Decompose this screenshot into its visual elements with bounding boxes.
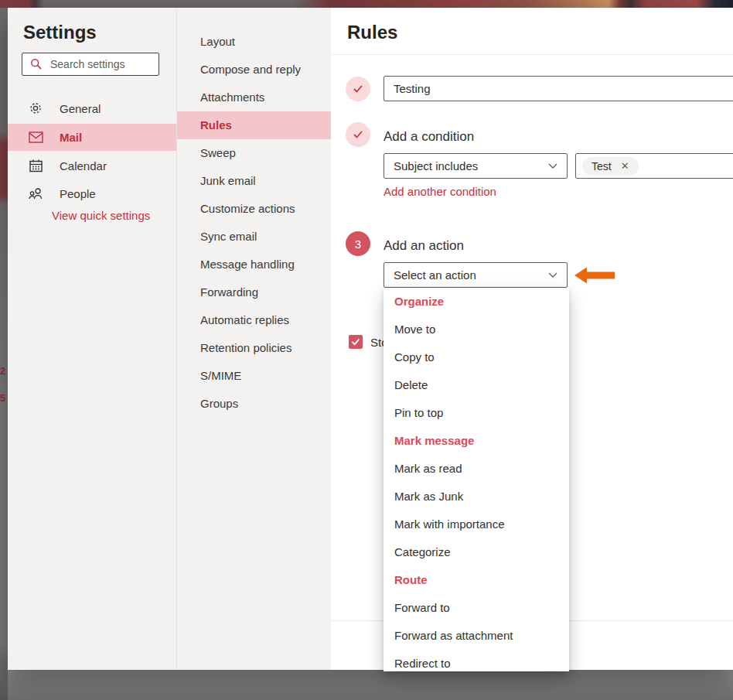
sidebar-item-calendar[interactable]: Calendar [8,152,176,179]
sidebar-item-label: General [60,102,101,115]
nav-item-sweep[interactable]: Sweep [177,139,331,167]
check-icon [352,83,364,95]
mail-settings-nav: Layout Compose and reply Attachments Rul… [176,8,331,670]
nav-item-junk-email[interactable]: Junk email [177,167,331,195]
nav-item-message-handling[interactable]: Message handling [177,251,331,278]
nav-item-groups[interactable]: Groups [177,390,331,418]
calendar-icon [28,159,43,172]
search-settings-box[interactable] [22,53,159,76]
settings-title: Settings [23,22,97,43]
condition-select[interactable]: Subject includes [384,153,568,179]
background-overlay-bottom [8,670,733,700]
condition-tag-label: Test [592,160,612,172]
sidebar-item-general[interactable]: General [8,94,176,122]
nav-item-sync-email[interactable]: Sync email [177,223,331,251]
dropdown-item-mark-as-junk[interactable]: Mark as Junk [384,483,569,510]
nav-item-attachments[interactable]: Attachments [177,84,331,111]
check-icon [352,128,364,141]
dropdown-item-forward-as-attachment[interactable]: Forward as attachment [384,622,569,650]
nav-item-retention-policies[interactable]: Retention policies [177,334,331,362]
action-select-value: Select an action [394,268,476,282]
nav-item-customize-actions[interactable]: Customize actions [177,195,331,223]
nav-item-automatic-replies[interactable]: Automatic replies [177,306,331,334]
rules-panel: Rules Add a condition Subject includes [331,8,733,670]
sidebar-item-people[interactable]: People [8,179,176,207]
condition-value-input[interactable]: Test ✕ [575,153,733,179]
sidebar-item-label: People [60,187,96,200]
chevron-down-icon [548,272,557,278]
background-unread-count: 5 [0,392,5,404]
nav-item-smime[interactable]: S/MIME [177,362,331,390]
nav-item-layout[interactable]: Layout [177,28,331,56]
screen: 2 5 Settings General [0,0,733,700]
step-1-indicator [346,77,370,101]
action-dropdown-menu: Organize Move to Copy to Delete Pin to t… [384,288,569,671]
title-divider [331,54,733,55]
remove-tag-icon[interactable]: ✕ [621,160,629,172]
dropdown-item-mark-as-read[interactable]: Mark as read [384,455,569,483]
condition-select-value: Subject includes [394,159,478,172]
dropdown-group-header: Organize [384,288,569,316]
dropdown-item-mark-with-importance[interactable]: Mark with importance [384,510,569,538]
search-icon [30,58,43,70]
sidebar-item-label: Calendar [60,159,107,172]
nav-item-compose-and-reply[interactable]: Compose and reply [177,56,331,84]
add-another-condition-link[interactable]: Add another condition [384,185,496,198]
gear-icon [28,101,43,115]
dropdown-item-delete[interactable]: Delete [384,371,569,399]
dropdown-item-pin-to-top[interactable]: Pin to top [384,399,569,427]
stop-processing-checkbox-row[interactable]: Sto [349,335,388,349]
annotation-arrow-icon [574,266,615,285]
people-icon [28,187,43,200]
search-settings-input[interactable] [49,57,145,71]
dropdown-item-move-to[interactable]: Move to [384,316,569,343]
view-quick-settings-link[interactable]: View quick settings [52,209,150,222]
settings-sidebar: Settings General [8,8,176,670]
checkbox-checked[interactable] [349,335,363,349]
sidebar-item-mail[interactable]: Mail [8,124,176,151]
dropdown-item-redirect-to[interactable]: Redirect to [384,650,569,671]
settings-modal: Settings General [8,8,733,670]
dropdown-item-copy-to[interactable]: Copy to [384,343,569,371]
action-heading: Add an action [384,238,464,254]
nav-item-rules[interactable]: Rules [177,111,331,139]
nav-item-forwarding[interactable]: Forwarding [177,278,331,306]
background-app-strip [0,0,733,8]
step-3-number: 3 [355,237,361,251]
chevron-down-icon [548,163,557,169]
dropdown-group-header: Route [384,566,569,594]
condition-tag[interactable]: Test ✕ [582,157,639,176]
action-select[interactable]: Select an action [384,262,568,288]
condition-heading: Add a condition [384,129,474,145]
dropdown-group-header: Mark message [384,427,569,455]
check-icon [351,337,360,347]
mail-icon [28,131,43,143]
page-title: Rules [347,22,397,43]
sidebar-item-label: Mail [60,131,82,144]
dropdown-item-forward-to[interactable]: Forward to [384,594,569,622]
rule-name-input[interactable] [384,76,733,101]
background-left-strip: 2 5 [0,8,8,700]
step-3-indicator: 3 [346,231,370,256]
step-2-indicator [346,122,370,147]
background-unread-count: 2 [0,365,5,377]
dropdown-item-categorize[interactable]: Categorize [384,538,569,566]
